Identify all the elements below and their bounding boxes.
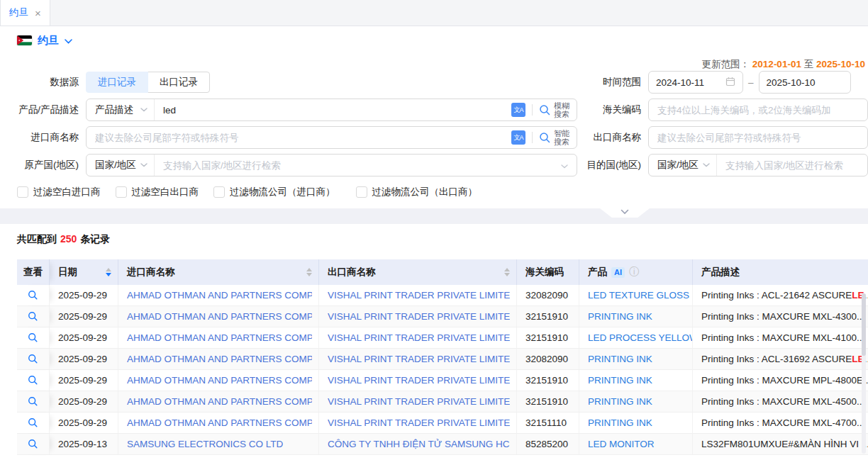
row-exporter-link[interactable]: VISHAL PRINT TRADER PRIVATE LIMITED bbox=[328, 332, 510, 343]
row-product-link[interactable]: LED TEXTURE GLOSS ... bbox=[588, 290, 692, 301]
row-exporter-link[interactable]: VISHAL PRINT TRADER PRIVATE LIMITED bbox=[328, 311, 510, 322]
product-search-input[interactable] bbox=[155, 99, 511, 120]
view-record-button[interactable] bbox=[28, 375, 38, 386]
calendar-icon bbox=[725, 77, 735, 89]
filter-blank-importer[interactable]: 过滤空白进口商 bbox=[17, 186, 101, 198]
view-record-button[interactable] bbox=[28, 396, 38, 407]
row-product-desc: Printing Inks : ACL-21642 ASCURE LE... bbox=[693, 285, 868, 305]
sort-date-control[interactable] bbox=[106, 268, 111, 276]
row-product-link[interactable]: LED MONITOR bbox=[588, 439, 655, 449]
checkbox[interactable] bbox=[356, 186, 367, 198]
row-importer-link[interactable]: AHMAD OTHMAN AND PARTNERS COMPA... bbox=[127, 354, 312, 364]
row-exporter-link[interactable]: VISHAL PRINT TRADER PRIVATE LIMITED bbox=[328, 354, 510, 364]
product-type-select[interactable]: 产品描述 bbox=[87, 99, 155, 120]
destination-country-select-value: 国家/地区 bbox=[657, 159, 699, 172]
row-exporter-link[interactable]: VISHAL PRINT TRADER PRIVATE LIMITED bbox=[328, 396, 510, 407]
date-to-input[interactable]: 2025-10-10 bbox=[759, 71, 851, 94]
translate-icon[interactable]: 文A bbox=[511, 130, 525, 145]
magnifier-icon bbox=[28, 439, 38, 449]
table-scrollbar-thumb[interactable] bbox=[862, 293, 866, 356]
importer-input-group: 文A 智能搜索 bbox=[86, 126, 577, 149]
summary-prefix: 共匹配到 bbox=[17, 233, 57, 245]
translate-icon[interactable]: 文A bbox=[511, 103, 525, 117]
chevron-down-icon[interactable] bbox=[65, 35, 72, 46]
chevron-down-icon[interactable] bbox=[561, 160, 568, 171]
fuzzy-search-button[interactable]: 模糊搜索 bbox=[539, 101, 577, 118]
checkbox[interactable] bbox=[213, 186, 225, 198]
row-importer-link[interactable]: SAMSUNG ELECTRONICS CO LTD bbox=[127, 439, 283, 449]
tab-jordan[interactable]: 约旦 × bbox=[0, 0, 50, 26]
row-importer-link[interactable]: AHMAD OTHMAN AND PARTNERS COMPA... bbox=[127, 311, 312, 322]
form-row-importer: 进口商名称 文A 智能搜索 出口商名称 bbox=[0, 126, 868, 149]
filter-label: 过滤空白进口商 bbox=[33, 186, 101, 198]
smart-search-button[interactable]: 智能搜索 bbox=[539, 129, 577, 146]
table-scrollbar[interactable] bbox=[862, 293, 866, 454]
sort-importer-control[interactable] bbox=[306, 268, 312, 276]
row-importer-link[interactable]: AHMAD OTHMAN AND PARTNERS COMPA... bbox=[127, 332, 312, 343]
row-product-link[interactable]: PRINTING INK bbox=[588, 311, 652, 322]
row-product-link[interactable]: PRINTING INK bbox=[588, 417, 652, 428]
destination-country-input[interactable] bbox=[717, 155, 867, 176]
filter-logistics-exporter[interactable]: 过滤物流公司（出口商） bbox=[356, 186, 478, 198]
row-exporter-link[interactable]: VISHAL PRINT TRADER PRIVATE LIMITED bbox=[328, 375, 510, 386]
row-importer-link[interactable]: AHMAD OTHMAN AND PARTNERS COMPA... bbox=[127, 375, 312, 386]
filter-blank-exporter[interactable]: 过滤空白出口商 bbox=[116, 186, 199, 198]
table-row: 2025-09-13 SAMSUNG ELECTRONICS CO LTD CÔ… bbox=[17, 434, 868, 455]
row-product-link[interactable]: PRINTING INK bbox=[588, 354, 652, 364]
jordan-flag-icon bbox=[17, 35, 32, 45]
export-records-toggle[interactable]: 出口记录 bbox=[148, 72, 210, 93]
row-product-link[interactable]: LED PROCESS YELLOW... bbox=[588, 332, 692, 343]
magnifier-icon bbox=[28, 311, 38, 322]
date-from-input[interactable]: 2024-10-11 bbox=[648, 71, 743, 94]
row-product-desc: LS32FM801UMXUE#&MÀN HÌNH VI ... bbox=[693, 434, 868, 454]
sort-exporter-control[interactable] bbox=[504, 268, 510, 276]
chevron-down-icon bbox=[140, 108, 148, 112]
column-header-exporter: 出口商名称 bbox=[319, 259, 517, 285]
view-record-button[interactable] bbox=[28, 290, 38, 301]
importer-label: 进口商名称 bbox=[0, 131, 79, 144]
update-range-joiner: 至 bbox=[804, 59, 814, 69]
checkbox[interactable] bbox=[17, 186, 28, 198]
row-hs-code: 32082090 bbox=[517, 285, 579, 305]
origin-country-select[interactable]: 国家/地区 bbox=[87, 155, 155, 176]
row-date: 2025-09-29 bbox=[50, 327, 118, 348]
row-product-desc: Printing Inks : MAXCURE MXL-4500... bbox=[693, 391, 868, 412]
importer-name-input[interactable] bbox=[87, 127, 511, 148]
row-exporter-link[interactable]: VISHAL PRINT TRADER PRIVATE LIMITED bbox=[328, 417, 510, 428]
ai-badge: AI bbox=[611, 267, 625, 278]
row-exporter-link[interactable]: VISHAL PRINT TRADER PRIVATE LIMITED bbox=[328, 290, 510, 301]
column-header-importer: 进口商名称 bbox=[118, 259, 319, 285]
row-importer-link[interactable]: AHMAD OTHMAN AND PARTNERS COMPA... bbox=[127, 417, 312, 428]
column-header-view: 查看 bbox=[17, 259, 50, 285]
collapse-search-panel-handle[interactable] bbox=[600, 208, 650, 218]
magnifier-icon bbox=[539, 132, 551, 144]
magnifier-icon bbox=[28, 332, 38, 343]
checkbox[interactable] bbox=[116, 186, 127, 198]
view-record-button[interactable] bbox=[28, 439, 38, 449]
row-product-desc: Printing Inks : MAXCURE MXL-4700... bbox=[693, 413, 868, 433]
sort-ascending-icon bbox=[106, 268, 111, 271]
view-record-button[interactable] bbox=[28, 354, 38, 364]
close-icon[interactable]: × bbox=[35, 8, 41, 18]
update-range-from: 2012-01-01 bbox=[752, 59, 801, 69]
row-importer-link[interactable]: AHMAD OTHMAN AND PARTNERS COMPA... bbox=[127, 290, 312, 301]
row-importer-link[interactable]: AHMAD OTHMAN AND PARTNERS COMPA... bbox=[127, 396, 312, 407]
view-record-button[interactable] bbox=[28, 417, 38, 428]
destination-country-select[interactable]: 国家/地区 bbox=[649, 155, 717, 176]
row-product-link[interactable]: PRINTING INK bbox=[588, 396, 652, 407]
info-icon[interactable]: ⓘ bbox=[629, 266, 639, 279]
magnifier-icon bbox=[28, 375, 38, 386]
row-date: 2025-09-29 bbox=[50, 285, 118, 305]
view-record-button[interactable] bbox=[28, 311, 38, 322]
row-product-link[interactable]: PRINTING INK bbox=[588, 375, 652, 386]
origin-country-input[interactable] bbox=[155, 155, 561, 176]
tab-bar: 约旦 × bbox=[0, 0, 868, 26]
filter-logistics-importer[interactable]: 过滤物流公司（进口商） bbox=[213, 186, 335, 198]
exporter-name-input[interactable] bbox=[648, 126, 868, 149]
hs-code-input[interactable] bbox=[648, 99, 868, 121]
import-records-toggle[interactable]: 进口记录 bbox=[86, 72, 148, 93]
origin-input-group: 国家/地区 bbox=[86, 154, 577, 176]
view-record-button[interactable] bbox=[28, 332, 38, 343]
hs-code-label: 海关编码 bbox=[581, 103, 641, 116]
row-exporter-link[interactable]: CÔNG TY TNHH ĐIỆN TỬ SAMSUNG HCMC... bbox=[328, 439, 510, 449]
